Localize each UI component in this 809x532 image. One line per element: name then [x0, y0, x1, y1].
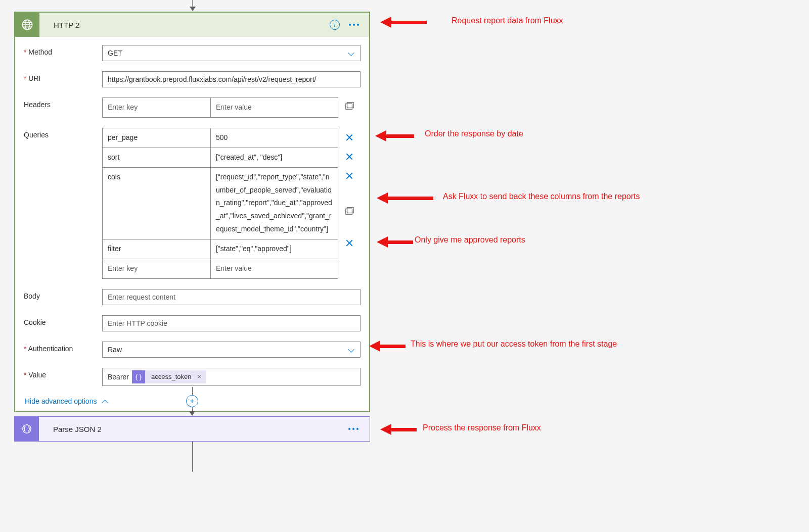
- arrow-down-icon: [189, 411, 195, 416]
- delete-row-icon[interactable]: [345, 133, 353, 141]
- annotation-text: This is where we put our access token fr…: [411, 340, 617, 349]
- delete-row-icon[interactable]: [345, 153, 353, 161]
- parse-json-icon: [15, 416, 39, 442]
- annotation-arrow: [375, 132, 414, 140]
- query-value[interactable]: 500: [211, 128, 338, 148]
- http-icon: [15, 13, 39, 37]
- headers-empty-row: Enter key Enter value: [103, 98, 338, 117]
- svg-rect-3: [346, 104, 352, 109]
- token-chip[interactable]: { } access_token ×: [132, 370, 206, 383]
- token-name: access_token: [145, 373, 196, 380]
- header-value-input[interactable]: Enter value: [211, 98, 338, 117]
- query-empty-row: Enter key Enter value: [103, 259, 338, 278]
- query-key[interactable]: per_page: [103, 128, 211, 148]
- headers-table: Enter key Enter value: [102, 98, 338, 118]
- query-row-sort: sort ["created_at", "desc"]: [103, 148, 338, 167]
- query-key[interactable]: cols: [103, 168, 211, 239]
- parse-json-card[interactable]: Parse JSON 2: [14, 416, 370, 442]
- annotation-text: Request report data from Fluxx: [452, 16, 563, 25]
- query-value[interactable]: ["request_id","report_type","state","num…: [211, 168, 338, 239]
- query-key[interactable]: filter: [103, 239, 211, 259]
- annotation-text: Ask Fluxx to send back these columns fro…: [443, 192, 640, 201]
- value-input[interactable]: Bearer { } access_token ×: [102, 368, 361, 386]
- query-value[interactable]: ["created_at", "desc"]: [211, 148, 338, 167]
- svg-rect-4: [347, 103, 354, 108]
- value-prefix: Bearer: [108, 373, 129, 381]
- more-menu-icon[interactable]: [349, 24, 359, 26]
- method-label: * Method: [24, 45, 102, 56]
- query-row-cols: cols ["request_id","report_type","state"…: [103, 167, 338, 239]
- annotation-arrow: [380, 425, 417, 433]
- card-title: HTTP 2: [39, 21, 330, 29]
- delete-row-icon[interactable]: [345, 172, 353, 180]
- cookie-label: Cookie: [24, 315, 102, 326]
- auth-select[interactable]: Raw: [102, 342, 361, 358]
- annotation-text: Order the response by date: [425, 129, 523, 138]
- uri-label: * URI: [24, 71, 102, 82]
- body-label: Body: [24, 289, 102, 300]
- card-header[interactable]: HTTP 2 i: [15, 13, 369, 37]
- query-value-input[interactable]: Enter value: [211, 259, 338, 278]
- add-step-button[interactable]: +: [186, 395, 198, 407]
- query-key-input[interactable]: Enter key: [103, 259, 211, 278]
- annotation-arrow: [377, 238, 413, 246]
- auth-label: * Authentication: [24, 342, 102, 353]
- canvas: HTTP 2 i * Method GET * URI https:/: [0, 0, 809, 532]
- header-key-input[interactable]: Enter key: [103, 98, 211, 117]
- svg-rect-5: [346, 209, 352, 214]
- annotation-arrow: [380, 18, 427, 26]
- info-icon[interactable]: i: [330, 20, 340, 30]
- brace-icon: { }: [132, 370, 145, 383]
- headers-label: Headers: [24, 98, 102, 109]
- more-menu-icon[interactable]: [348, 428, 358, 430]
- svg-rect-6: [347, 208, 354, 213]
- chevron-down-icon: [348, 346, 355, 353]
- uri-input[interactable]: https://grantbook.preprod.fluxxlabs.com/…: [102, 71, 361, 87]
- remove-token-icon[interactable]: ×: [196, 373, 207, 380]
- queries-table: per_page 500 sort ["created_at", "desc"]…: [102, 128, 338, 279]
- query-key[interactable]: sort: [103, 148, 211, 167]
- body-input[interactable]: Enter request content: [102, 289, 361, 305]
- annotation-text: Only give me approved reports: [415, 235, 525, 245]
- queries-label: Queries: [24, 128, 102, 139]
- annotation-arrow: [377, 194, 433, 202]
- annotation-text: Process the response from Fluxx: [423, 423, 541, 432]
- connector-top: [192, 0, 193, 10]
- switch-mode-icon[interactable]: [345, 101, 354, 110]
- chevron-down-icon: [348, 50, 355, 57]
- chevron-up-icon: [102, 398, 109, 405]
- connector-bottom: [192, 442, 193, 472]
- parse-json-title: Parse JSON 2: [39, 425, 348, 433]
- value-label: * Value: [24, 368, 102, 379]
- query-row-per-page: per_page 500: [103, 128, 338, 148]
- query-value[interactable]: ["state","eq","approved"]: [211, 239, 338, 259]
- annotation-arrow: [369, 342, 406, 350]
- query-row-filter: filter ["state","eq","approved"]: [103, 239, 338, 259]
- cookie-input[interactable]: Enter HTTP cookie: [102, 315, 361, 331]
- method-select[interactable]: GET: [102, 45, 361, 61]
- hide-advanced-link[interactable]: Hide advanced options: [25, 397, 109, 405]
- switch-mode-icon[interactable]: [345, 206, 354, 215]
- card-body: * Method GET * URI https://grantbook.pre…: [15, 37, 369, 411]
- delete-row-icon[interactable]: [345, 239, 353, 247]
- http-action-card: HTTP 2 i * Method GET * URI https:/: [14, 12, 370, 412]
